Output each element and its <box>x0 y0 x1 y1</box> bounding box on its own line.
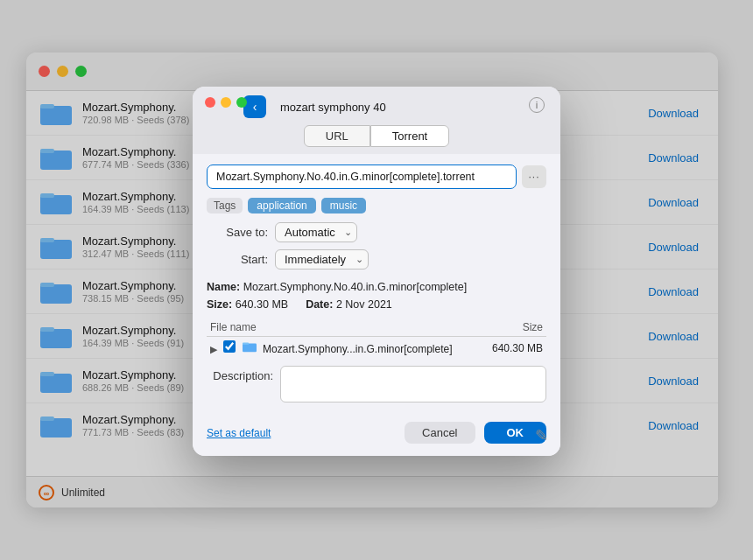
description-section: Description: <box>207 366 546 402</box>
size-field: Size: 640.30 MB <box>207 296 288 313</box>
start-select[interactable]: Immediately <box>275 249 369 270</box>
file-name-header: File name <box>207 318 482 337</box>
torrent-info: Name: Mozart.Symphony.No.40.in.G.minor[c… <box>207 278 546 313</box>
modal-body: ··· Tags application music Save to: Auto… <box>193 154 560 413</box>
tag-application[interactable]: application <box>248 198 315 214</box>
modal-footer: Set as default Cancel OK <box>193 413 560 456</box>
name-field: Name: Mozart.Symphony.No.40.in.G.minor[c… <box>207 278 467 296</box>
dots-button[interactable]: ··· <box>522 165 546 188</box>
pencil-icon: ✎ <box>535 426 548 445</box>
tab-torrent[interactable]: Torrent <box>370 125 449 147</box>
info-button[interactable]: i <box>529 97 545 113</box>
file-checkbox[interactable] <box>223 340 236 353</box>
start-row: Start: Immediately ⌄ <box>207 249 546 270</box>
expand-icon[interactable]: ▶ <box>210 344 217 354</box>
tags-row: Tags application music <box>207 198 546 214</box>
tags-label: Tags <box>207 198 243 214</box>
description-input[interactable] <box>280 366 546 402</box>
modal-traffic-lights <box>205 97 247 108</box>
torrent-input-row: ··· <box>207 164 546 189</box>
file-size-cell: 640.30 MB <box>482 337 546 360</box>
svg-rect-19 <box>243 343 249 345</box>
file-table: File name Size ▶ Mozart.Symphony...in.G.… <box>207 318 546 359</box>
modal-traffic-green[interactable] <box>236 97 247 108</box>
file-name-cell: ▶ Mozart.Symphony...in.G.minor[complete] <box>207 337 482 360</box>
tag-music[interactable]: music <box>321 198 366 214</box>
save-to-row: Save to: Automatic ⌄ <box>207 222 546 242</box>
modal-nav: ‹ mozart symphony 40 <box>243 95 386 118</box>
footer-actions: Cancel OK <box>405 422 546 444</box>
date-field: Date: 2 Nov 2021 <box>306 296 392 313</box>
modal-traffic-yellow[interactable] <box>221 97 231 108</box>
torrent-input[interactable] <box>207 164 517 189</box>
description-label: Description: <box>207 366 273 382</box>
file-size-header: Size <box>482 318 546 337</box>
modal-dialog: ‹ mozart symphony 40 i URL Torrent ··· T… <box>193 87 560 456</box>
cancel-button[interactable]: Cancel <box>405 422 475 444</box>
tab-url[interactable]: URL <box>304 125 370 147</box>
file-folder-icon <box>243 340 257 355</box>
table-row: ▶ Mozart.Symphony...in.G.minor[complete]… <box>207 337 546 360</box>
modal-titlebar: ‹ mozart symphony 40 i <box>193 87 560 118</box>
modal-tabs: URL Torrent <box>193 118 560 154</box>
modal-title: mozart symphony 40 <box>280 101 386 114</box>
modal-overlay: ‹ mozart symphony 40 i URL Torrent ··· T… <box>0 0 753 560</box>
svg-rect-18 <box>243 343 257 352</box>
modal-traffic-red[interactable] <box>205 97 215 108</box>
file-name: Mozart.Symphony...in.G.minor[complete] <box>263 343 453 355</box>
save-to-select[interactable]: Automatic <box>275 222 357 242</box>
start-label: Start: <box>207 253 268 266</box>
set-default-button[interactable]: Set as default <box>207 427 271 439</box>
save-to-label: Save to: <box>207 226 268 239</box>
